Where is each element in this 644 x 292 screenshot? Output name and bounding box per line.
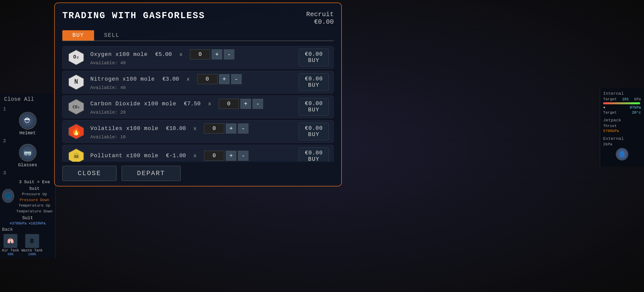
pollutant-plus-btn[interactable]: + [226, 151, 236, 161]
waste-tank-icon: 🗑 [25, 234, 39, 248]
thrust-row: Thrust [603, 124, 641, 128]
suit-slot[interactable]: 3 🧥 3 Suit > Eva Suit Pressure Up Pressu… [2, 170, 53, 225]
balance-label: €0.00 [306, 18, 334, 26]
oxygen-minus-btn[interactable]: - [224, 49, 234, 59]
pressure-icon: ● [603, 106, 605, 110]
volatiles-minus-btn[interactable]: - [238, 123, 248, 134]
volatiles-icon: 🔥 [68, 123, 85, 140]
pollutant-x: x [193, 153, 197, 159]
slot-number-3: 3 [3, 170, 6, 176]
oxygen-icon-wrap: O₂ [67, 48, 85, 67]
co2-qty-input[interactable] [219, 99, 239, 109]
temperature-down-option[interactable]: Temperature Down [16, 209, 53, 215]
co2-buy-button[interactable]: €0.00 BUY [299, 98, 329, 116]
volatiles-price: €10.00 [166, 125, 186, 132]
rank-label: Recruit [306, 11, 334, 18]
temp-target-label: Target [603, 111, 617, 115]
pollutant-total: €0.00 [305, 150, 323, 156]
pollutant-buy-button[interactable]: €0.00 BUY [299, 147, 329, 162]
nitrogen-x: x [187, 76, 190, 82]
close-all-button[interactable]: Close All [2, 95, 36, 104]
glasses-label: Glasses [18, 163, 37, 168]
volatiles-name: Volatiles x100 mole [90, 125, 158, 132]
volatiles-available: Available: 10 [90, 135, 294, 140]
thrust-value: 5706kPa [603, 129, 619, 133]
pollutant-icon: ☠ [68, 148, 85, 162]
waste-tank-slot[interactable]: 🗑 Waste Tank 100% [21, 234, 43, 256]
pressure-bar [603, 102, 641, 104]
oxygen-icon: O₂ [68, 49, 85, 66]
glasses-icon: 🥽 [19, 144, 37, 161]
target-row: Target 101 kPa [603, 97, 641, 102]
air-tank-slot[interactable]: 🫁 Air Tank 58% [2, 234, 19, 256]
co2-icon-wrap: CO₂ [67, 98, 85, 116]
nitrogen-plus-btn[interactable]: + [219, 74, 230, 84]
co2-available: Available: 20 [90, 110, 294, 115]
oxygen-plus-btn[interactable]: + [212, 49, 222, 59]
volatiles-total: €0.00 [305, 125, 323, 132]
oxygen-qty-input[interactable] [190, 49, 210, 59]
pressure-up-option[interactable]: Pressure Up [16, 192, 53, 198]
volatiles-details: Volatiles x100 mole €10.00 x + - Availab… [90, 123, 294, 140]
nitrogen-buy-label: BUY [308, 82, 320, 88]
temp-value: 20°c [632, 111, 641, 115]
temperature-up-option[interactable]: Temperature Up [16, 203, 53, 209]
oxygen-buy-button[interactable]: €0.00 BUY [299, 49, 329, 66]
oxygen-trade-item: O₂ Oxygen x100 mole €5.00 x + - Availabl… [62, 46, 334, 69]
right-stats-panel: Internal Target 101 kPa ● 97kPa Target 2… [600, 88, 644, 167]
modal-title: TRADING WITH GASFORLESS [62, 11, 205, 21]
volatiles-x: x [193, 126, 197, 132]
oxygen-price: €5.00 [155, 51, 172, 58]
co2-minus-btn[interactable]: - [253, 99, 263, 109]
volatiles-name-row: Volatiles x100 mole €10.00 x + - [90, 123, 294, 134]
volatiles-qty-controls: + - [204, 123, 248, 134]
nitrogen-minus-btn[interactable]: - [231, 74, 242, 84]
pollutant-qty-input[interactable] [204, 151, 224, 161]
nitrogen-qty-input[interactable] [197, 74, 217, 84]
air-tank-icon: 🫁 [4, 234, 17, 248]
glasses-slot[interactable]: 2 🥽 Glasses [2, 138, 53, 168]
nitrogen-buy-button[interactable]: €0.00 BUY [299, 73, 329, 91]
helmet-slot[interactable]: 1 ⛑ Helmet [2, 106, 53, 136]
co2-buy-label: BUY [308, 107, 320, 113]
depart-button[interactable]: DEPART [122, 166, 181, 181]
air-tank-pct: 58% [8, 252, 13, 256]
volatiles-buy-label: BUY [308, 132, 320, 138]
tab-buy[interactable]: BUY [62, 30, 94, 41]
pressure-value: 97kPa [630, 106, 641, 110]
pollutant-minus-btn[interactable]: - [238, 151, 248, 161]
modal-footer: CLOSE DEPART [62, 166, 334, 181]
nitrogen-icon: N [68, 74, 85, 91]
volatiles-plus-btn[interactable]: + [226, 123, 236, 134]
thrust-label: Thrust [603, 124, 617, 128]
suit-icon: 🧥 [2, 189, 14, 203]
thrust-value-row: 5706kPa [603, 129, 641, 133]
volatiles-buy-button[interactable]: €0.00 BUY [299, 123, 329, 140]
co2-name: Carbon Dioxide x100 mole [90, 101, 176, 107]
co2-icon: CO₂ [68, 98, 85, 115]
target-label: Target [603, 97, 617, 102]
pressure-down-option[interactable]: Pressure Down [16, 198, 53, 203]
svg-text:N: N [74, 78, 78, 85]
suit-info: 3 Suit > Eva Suit Pressure Up Pressure D… [16, 179, 53, 214]
volatiles-qty-input[interactable] [204, 123, 224, 134]
oxygen-name-row: Oxygen x100 mole €5.00 x + - [90, 49, 294, 59]
pressure-readings: ≡3786kPa ≡1029kPa [10, 221, 46, 225]
nitrogen-name-row: Nitrogen x100 mole €3.00 x + - [90, 74, 294, 84]
close-button[interactable]: CLOSE [62, 166, 117, 181]
internal-section: Internal Target 101 kPa ● 97kPa Target 2… [603, 91, 641, 115]
tab-sell[interactable]: SELL [94, 30, 130, 41]
co2-plus-btn[interactable]: + [240, 99, 251, 109]
items-list: O₂ Oxygen x100 mole €5.00 x + - Availabl… [62, 46, 334, 162]
oxygen-x: x [179, 52, 182, 57]
back-button[interactable]: Back [2, 227, 53, 232]
temp-target-row: Target 20°c [603, 111, 641, 115]
suit-label: Suit [22, 215, 33, 220]
bottom-tank-slots: 🫁 Air Tank 58% 🗑 Waste Tank 100% [2, 234, 53, 256]
pollutant-details: Pollutant x100 mole €-1.00 x + - [90, 151, 294, 162]
player-avatar: 👤 [616, 148, 628, 160]
svg-text:🔥: 🔥 [71, 126, 81, 136]
svg-text:☠: ☠ [73, 152, 79, 160]
nitrogen-icon-wrap: N [67, 73, 85, 91]
tab-bar: BUY SELL [62, 30, 334, 41]
